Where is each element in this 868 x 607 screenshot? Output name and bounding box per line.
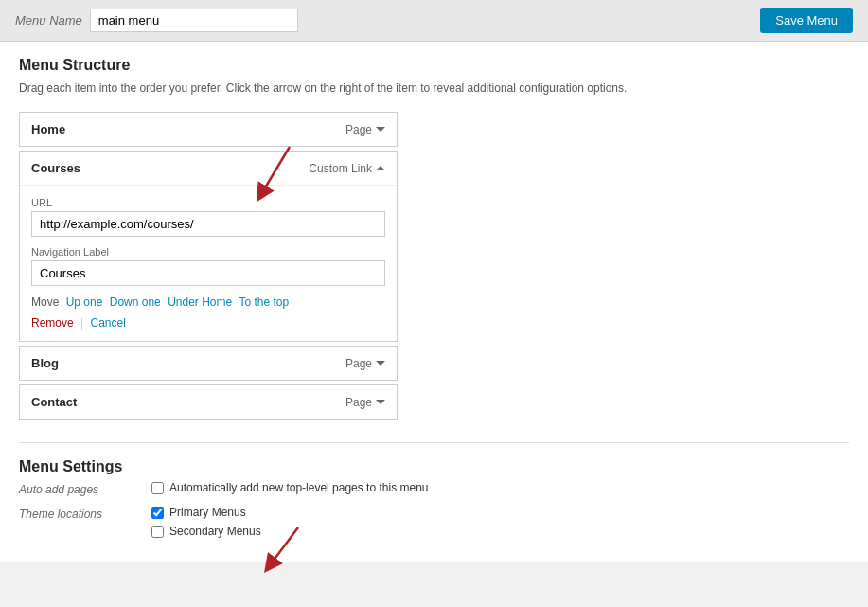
- menu-item-courses-body: URL Navigation Label Move Up one Dow: [20, 186, 397, 341]
- menu-item-home-header[interactable]: Home Page: [20, 113, 397, 146]
- menu-name-group: Menu Name: [15, 9, 298, 32]
- primary-menus-label: Primary Menus: [169, 506, 246, 519]
- theme-locations-content: Primary Menus Secondary Menus: [151, 506, 261, 538]
- menu-item-courses-header[interactable]: Courses Custom Link: [20, 152, 397, 186]
- menu-structure-section: Menu Structure Drag each item into the o…: [19, 57, 849, 420]
- menu-item-blog: Blog Page: [19, 346, 398, 381]
- url-input[interactable]: [31, 211, 385, 237]
- main-content: Menu Structure Drag each item into the o…: [0, 42, 868, 562]
- auto-add-checkbox-row: Automatically add new top-level pages to…: [151, 481, 429, 494]
- menu-item-blog-header[interactable]: Blog Page: [20, 347, 397, 380]
- menu-item-home-title: Home: [31, 122, 65, 136]
- menu-item-contact-title: Contact: [31, 395, 77, 409]
- secondary-menus-label: Secondary Menus: [169, 525, 261, 538]
- menu-item-home: Home Page: [19, 112, 398, 147]
- menu-structure-desc: Drag each item into the order you prefer…: [19, 80, 849, 97]
- menu-item-contact-header[interactable]: Contact Page: [20, 385, 397, 419]
- menu-item-home-type: Page: [345, 123, 385, 136]
- chevron-down-icon: [376, 127, 385, 132]
- menu-item-contact: Contact Page: [19, 384, 398, 420]
- chevron-down-icon: [376, 361, 385, 366]
- menu-name-label: Menu Name: [15, 13, 82, 27]
- menu-item-courses-type: Custom Link: [309, 162, 385, 175]
- primary-menus-row: Primary Menus: [151, 506, 261, 519]
- top-bar: Menu Name Save Menu: [0, 0, 868, 42]
- url-field-group: URL: [31, 197, 385, 237]
- secondary-menus-row: Secondary Menus: [151, 525, 261, 538]
- move-down-one-link[interactable]: Down one: [110, 295, 161, 309]
- move-up-one-link[interactable]: Up one: [66, 295, 103, 309]
- cancel-link[interactable]: Cancel: [91, 316, 126, 330]
- primary-menus-checkbox[interactable]: [151, 507, 164, 519]
- nav-label-field-group: Navigation Label: [31, 246, 385, 286]
- menu-name-input[interactable]: [90, 9, 298, 32]
- menu-settings-title: Menu Settings: [19, 458, 849, 475]
- theme-locations-label: Theme locations: [19, 506, 151, 521]
- menu-item-blog-type: Page: [345, 357, 385, 370]
- chevron-down-icon: [376, 400, 385, 404]
- menu-structure-title: Menu Structure: [19, 57, 849, 74]
- move-under-home-link[interactable]: Under Home: [168, 295, 232, 309]
- menu-item-contact-type: Page: [345, 396, 385, 409]
- auto-add-pages-content: Automatically add new top-level pages to…: [151, 481, 429, 494]
- menu-settings-section: Menu Settings Auto add pages Automatical…: [19, 442, 849, 538]
- menu-item-courses-title: Courses: [31, 161, 80, 175]
- svg-line-1: [270, 527, 298, 565]
- move-row: Move Up one Down one Under Home To the t…: [31, 295, 385, 309]
- secondary-menus-checkbox[interactable]: [151, 526, 164, 538]
- menu-item-blog-title: Blog: [31, 356, 59, 370]
- chevron-up-icon: [376, 166, 385, 170]
- menu-item-courses: Courses Custom Link URL: [19, 151, 398, 342]
- nav-label-label: Navigation Label: [31, 246, 385, 258]
- save-menu-button[interactable]: Save Menu: [760, 8, 853, 33]
- action-row: Remove | Cancel: [31, 316, 385, 330]
- url-label: URL: [31, 197, 385, 208]
- theme-locations-row: Theme locations Primary Menus Secondary …: [19, 506, 849, 538]
- auto-add-checkbox[interactable]: [151, 482, 164, 494]
- move-to-top-link[interactable]: To the top: [239, 295, 290, 309]
- nav-label-input[interactable]: [31, 260, 385, 286]
- separator: |: [80, 316, 83, 330]
- remove-link[interactable]: Remove: [31, 316, 74, 330]
- auto-add-pages-row: Auto add pages Automatically add new top…: [19, 481, 849, 496]
- auto-add-pages-label: Auto add pages: [19, 481, 151, 496]
- auto-add-checkbox-label: Automatically add new top-level pages to…: [169, 481, 429, 494]
- menu-items-list: Home Page Courses Custom Link: [19, 112, 398, 420]
